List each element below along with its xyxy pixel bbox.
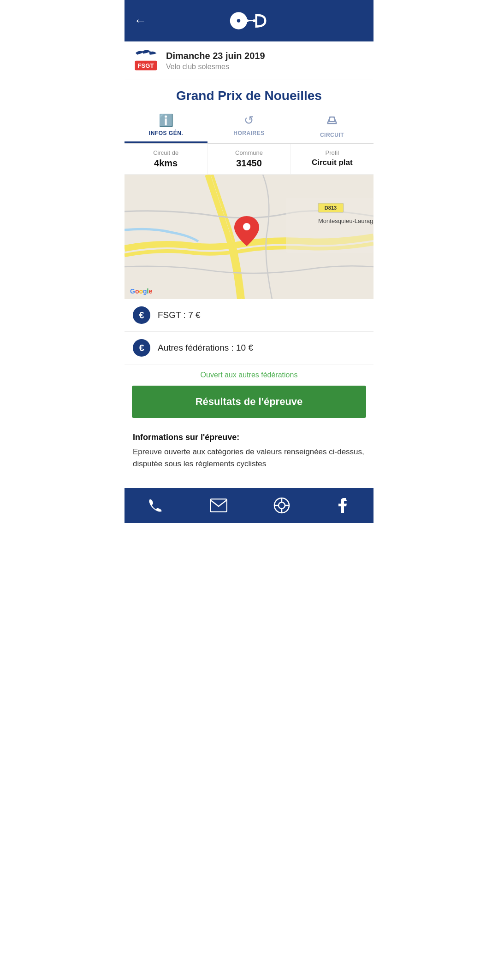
info-section: Informations sur l'épreuve: Epreuve ouve… bbox=[125, 425, 374, 483]
svg-rect-17 bbox=[210, 499, 227, 512]
svg-text:FSGT: FSGT bbox=[137, 62, 154, 69]
open-text: Ouvert aux autres fédérations bbox=[125, 364, 374, 386]
svg-text:Montesquieu-Lauragais: Montesquieu-Lauragais bbox=[318, 217, 374, 224]
tab-horaires-label: HORAIRES bbox=[233, 130, 264, 136]
footer bbox=[125, 488, 374, 523]
svg-point-3 bbox=[246, 19, 249, 22]
app-header: ← bbox=[125, 0, 374, 41]
event-details: Dimanche 23 juin 2019 Velo club solesmes bbox=[166, 51, 265, 71]
tab-infos[interactable]: ℹ️ INFOS GÉN. bbox=[125, 108, 208, 143]
euro-icon-autres: € bbox=[133, 339, 150, 357]
price-row-fsgt: € FSGT : 7 € bbox=[125, 299, 374, 332]
svg-text:D813: D813 bbox=[325, 205, 337, 211]
back-button[interactable]: ← bbox=[134, 13, 147, 28]
svg-point-1 bbox=[237, 19, 241, 23]
price-row-autres: € Autres fédérations : 10 € bbox=[125, 332, 374, 364]
horaires-icon: ↺ bbox=[244, 113, 254, 128]
info-section-text: Epreuve ouverte aux catégories de valeur… bbox=[133, 446, 365, 469]
profil-label: Profil bbox=[295, 149, 370, 156]
phone-icon[interactable] bbox=[148, 498, 163, 513]
fsgt-logo: FSGT bbox=[132, 48, 160, 73]
app-logo bbox=[228, 9, 270, 32]
tab-infos-label: INFOS GÉN. bbox=[149, 130, 183, 136]
euro-icon-fsgt: € bbox=[133, 306, 150, 324]
tab-circuit-label: CIRCUIT bbox=[320, 132, 344, 138]
event-info-bar: FSGT Dimanche 23 juin 2019 Velo club sol… bbox=[125, 41, 374, 80]
mail-icon[interactable] bbox=[210, 499, 227, 512]
tab-circuit[interactable]: CIRCUIT bbox=[290, 108, 374, 143]
svg-point-19 bbox=[279, 502, 285, 509]
chrome-icon[interactable] bbox=[273, 497, 290, 514]
profil-value: Circuit plat bbox=[295, 158, 370, 167]
info-row: Circuit de 4kms Commune 31450 Profil Cir… bbox=[125, 144, 374, 175]
event-title-section: Grand Prix de Noueilles bbox=[125, 80, 374, 108]
svg-point-15 bbox=[243, 223, 250, 230]
facebook-icon[interactable] bbox=[337, 497, 350, 514]
event-title: Grand Prix de Noueilles bbox=[132, 88, 366, 103]
circuit-icon bbox=[326, 113, 338, 129]
commune-value: 31450 bbox=[211, 158, 286, 169]
event-date: Dimanche 23 juin 2019 bbox=[166, 51, 265, 61]
commune-label: Commune bbox=[211, 149, 286, 156]
circuit-cell: Circuit de 4kms bbox=[125, 144, 208, 174]
circuit-value: 4kms bbox=[128, 158, 203, 169]
price-text-autres: Autres fédérations : 10 € bbox=[158, 343, 253, 353]
circuit-label: Circuit de bbox=[128, 149, 203, 156]
commune-cell: Commune 31450 bbox=[208, 144, 290, 174]
results-button[interactable]: Résultats de l'épreuve bbox=[132, 386, 366, 418]
svg-text:Google: Google bbox=[130, 288, 152, 295]
info-section-title: Informations sur l'épreuve: bbox=[133, 433, 365, 442]
profil-cell: Profil Circuit plat bbox=[291, 144, 374, 174]
svg-point-4 bbox=[253, 19, 255, 22]
info-icon: ℹ️ bbox=[159, 113, 173, 128]
event-organizer: Velo club solesmes bbox=[166, 63, 265, 71]
tab-bar: ℹ️ INFOS GÉN. ↺ HORAIRES CIRCUIT bbox=[125, 108, 374, 144]
tab-horaires[interactable]: ↺ HORAIRES bbox=[208, 108, 290, 143]
map-container[interactable]: D813 Montesquieu-Lauragais Google bbox=[125, 175, 374, 299]
price-text-fsgt: FSGT : 7 € bbox=[158, 310, 201, 320]
